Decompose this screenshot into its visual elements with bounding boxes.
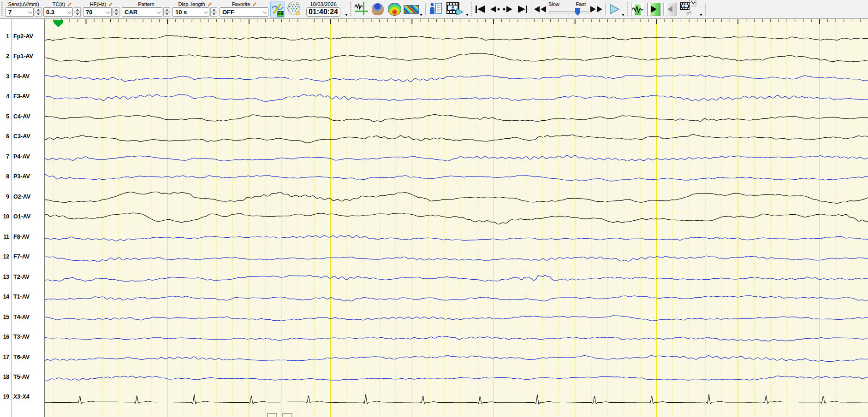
pattern-spin-down-button[interactable] xyxy=(163,12,170,17)
chevron-down-icon xyxy=(106,9,111,14)
skip-end-icon xyxy=(516,5,528,13)
play-icon xyxy=(608,3,620,15)
tc-combobox[interactable]: 0.3 xyxy=(43,7,73,17)
event-mark-button[interactable] xyxy=(353,0,369,18)
monitor-wave-button[interactable] xyxy=(631,3,644,16)
tc-spin-up-button[interactable] xyxy=(74,7,81,12)
clip-menu-arrow[interactable] xyxy=(700,14,702,16)
skip-start-icon xyxy=(475,5,487,13)
favorite-combobox[interactable]: OFF xyxy=(220,7,268,17)
channel-row-T6-AV[interactable]: 17 T6-AV xyxy=(0,353,44,361)
channel-row-X3-X4[interactable]: 19 X3-X4 xyxy=(0,393,44,400)
toolbar-grip[interactable] xyxy=(1,2,3,17)
favorite-field: Favorite OFF xyxy=(220,0,269,18)
toolbar-grip[interactable] xyxy=(350,2,351,17)
disp-length-combobox[interactable]: 10 s xyxy=(172,7,209,17)
channel-row-P4-AV[interactable]: 7 P4-AV xyxy=(0,153,44,160)
channel-row-T3-AV[interactable]: 16 T3-AV xyxy=(0,333,44,341)
edit-pencil-icon[interactable] xyxy=(251,1,257,7)
channel-row-T5-AV[interactable]: 18 T5-AV xyxy=(0,373,44,381)
chevron-down-icon xyxy=(157,9,161,14)
rewind-button[interactable] xyxy=(533,2,547,16)
channel-row-O2-AV[interactable]: 9 O2-AV xyxy=(0,193,44,200)
hf-spin-up-button[interactable] xyxy=(113,7,119,12)
step-back-button[interactable] xyxy=(488,2,501,16)
disp-length-spin-down-button[interactable] xyxy=(210,12,217,17)
eeg-viewer-window: Sens(uV/mm) 7 TC(s) 0.3 xyxy=(0,0,868,417)
dsa-trend-button[interactable] xyxy=(403,0,419,18)
maps-menu-arrow[interactable] xyxy=(420,14,422,16)
sens-spin-up-button[interactable] xyxy=(35,7,42,12)
datetime-menu-arrow[interactable] xyxy=(345,14,348,16)
current-time[interactable]: 01:40:24 xyxy=(306,7,340,17)
pattern-field: Pattern CAR xyxy=(122,0,171,18)
channel-row-Fp1-AV[interactable]: 2 Fp1-AV xyxy=(0,53,44,60)
review-play-icon xyxy=(649,4,659,14)
pattern-spin-up-button[interactable] xyxy=(163,7,170,12)
toolbar-separator xyxy=(531,3,531,15)
disp-length-spin-up-button[interactable] xyxy=(210,7,217,12)
toolbar-separator xyxy=(425,3,426,15)
channel-label-column: 1 Fp2-AV 2 Fp1-AV 3 F4-AV 4 F3-AV 5 C4-A… xyxy=(0,19,45,417)
review-play-button[interactable] xyxy=(647,3,660,16)
edit-pencil-icon[interactable] xyxy=(66,1,72,7)
fast-forward-button[interactable] xyxy=(589,2,603,16)
channel-row-T4-AV[interactable]: 15 T4-AV xyxy=(0,313,44,321)
channel-row-F8-AV[interactable]: 11 F8-AV xyxy=(0,233,44,241)
page-back-button[interactable] xyxy=(663,3,677,16)
sens-combobox[interactable]: 7 xyxy=(6,7,34,17)
video-menu-arrow[interactable] xyxy=(466,14,469,16)
channel-row-F3-AV[interactable]: 4 F3-AV xyxy=(0,93,44,100)
toolbar-grip[interactable] xyxy=(471,2,472,17)
head-3d-map-button[interactable] xyxy=(370,0,386,18)
hf-spin-down-button[interactable] xyxy=(113,12,119,17)
clip-video-button[interactable]: ✂ xyxy=(678,0,699,18)
chevron-down-icon xyxy=(204,9,208,14)
step-forward-button[interactable] xyxy=(501,2,515,16)
skip-start-button[interactable] xyxy=(474,2,488,16)
edit-pencil-icon[interactable] xyxy=(207,1,212,7)
montage-electrodes-icon: ⚙ xyxy=(286,1,301,18)
speed-slider-thumb[interactable] xyxy=(575,8,580,16)
notch-50-badge: 50 xyxy=(277,11,284,17)
channel-row-F4-AV[interactable]: 3 F4-AV xyxy=(0,73,44,80)
play-menu-arrow[interactable] xyxy=(622,14,624,16)
channel-row-F7-AV[interactable]: 12 F7-AV xyxy=(0,253,44,260)
clip-video-icon: ✂ xyxy=(679,0,698,18)
channel-row-P3-AV[interactable]: 8 P3-AV xyxy=(0,173,44,180)
channel-row-T1-AV[interactable]: 14 T1-AV xyxy=(0,293,44,300)
video-icon xyxy=(446,1,464,17)
notch-filter-button[interactable]: 50 xyxy=(270,1,285,18)
hf-field: HF(Hz) 70 xyxy=(83,0,120,18)
toolbar-grip[interactable] xyxy=(627,2,628,17)
channel-row-O1-AV[interactable]: 10 O1-AV xyxy=(0,213,44,220)
topo-map-button[interactable] xyxy=(386,0,402,18)
toolbar: Sens(uV/mm) 7 TC(s) 0.3 xyxy=(0,0,868,19)
channel-row-T2-AV[interactable]: 13 T2-AV xyxy=(0,273,44,281)
speed-slider: Slow Fast xyxy=(547,1,589,18)
sens-spin-down-button[interactable] xyxy=(35,12,42,17)
play-button[interactable] xyxy=(607,2,621,16)
sens-label: Sens(uV/mm) xyxy=(8,1,39,7)
current-date: 18/03/2026 xyxy=(310,1,337,7)
channel-row-C4-AV[interactable]: 5 C4-AV xyxy=(0,113,44,120)
datetime-display: 18/03/2026 01:40:24 xyxy=(303,0,344,18)
hf-combobox[interactable]: 70 xyxy=(83,7,112,17)
step-back-icon xyxy=(488,5,500,13)
patient-info-button[interactable] xyxy=(428,0,444,18)
slider-fast-label: Fast xyxy=(576,1,586,7)
page-back-icon xyxy=(665,4,675,14)
favorite-label: Favorite xyxy=(232,1,250,7)
topo-map-icon xyxy=(388,3,401,16)
channel-row-C3-AV[interactable]: 6 C3-AV xyxy=(0,133,44,140)
edit-pencil-icon[interactable] xyxy=(107,1,113,7)
pattern-combobox[interactable]: CAR xyxy=(122,7,162,17)
tc-spin-down-button[interactable] xyxy=(74,12,81,17)
event-mark-icon xyxy=(354,1,369,18)
channel-row-Fp2-AV[interactable]: 1 Fp2-AV xyxy=(0,33,44,40)
montage-electrodes-button[interactable]: ⚙ xyxy=(286,0,302,18)
speed-slider-track[interactable] xyxy=(549,11,589,13)
skip-end-button[interactable] xyxy=(515,2,529,16)
video-button[interactable] xyxy=(445,0,465,18)
eeg-trace-area[interactable] xyxy=(45,19,868,417)
